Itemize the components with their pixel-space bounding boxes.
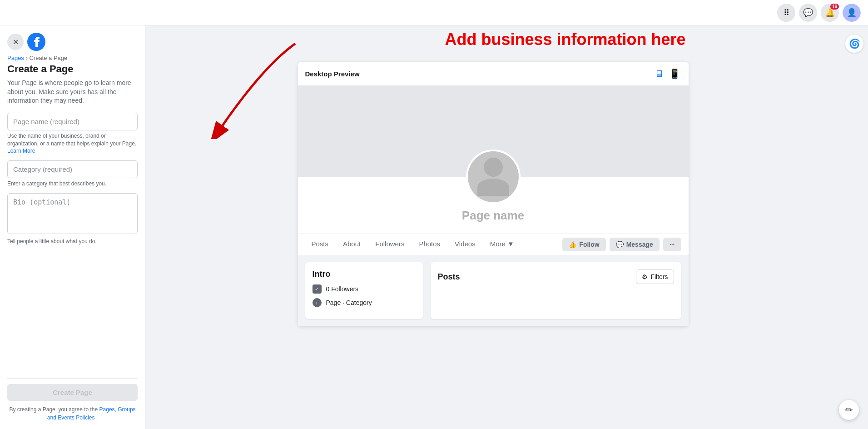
tab-more[interactable]: More ▼ — [484, 234, 521, 254]
posts-header: Posts ⚙ Filters — [438, 269, 674, 284]
terms-pages-link[interactable]: Pages, — [99, 406, 116, 413]
main-layout: ✕ Pages › Create a Page Create a Page Yo… — [0, 25, 868, 429]
preview-view-toggles: 🖥 📱 — [654, 67, 681, 80]
page-category-item: i Page · Category — [312, 298, 416, 307]
profile-info: Page name — [298, 150, 689, 234]
more-actions-button[interactable]: ··· — [663, 238, 681, 251]
message-icon: 💬 — [616, 241, 624, 248]
profile-tabs: Posts About Followers Photos Videos More… — [298, 234, 689, 255]
avatar-btn[interactable]: 👤 — [843, 4, 861, 22]
desktop-view-button[interactable]: 🖥 — [654, 67, 665, 80]
message-button[interactable]: 💬 Message — [610, 238, 660, 251]
info-icon: i — [312, 298, 322, 307]
follow-icon: 👍 — [569, 241, 576, 248]
tab-posts[interactable]: Posts — [305, 234, 335, 254]
mobile-view-button[interactable]: 📱 — [668, 67, 681, 80]
followers-text: 0 Followers — [326, 285, 359, 293]
navbar-icons: ⠿ 💬 🔔 16 👤 — [777, 4, 861, 22]
filters-icon: ⚙ — [642, 273, 648, 280]
bio-input[interactable] — [7, 193, 138, 234]
notification-badge: 16 — [830, 4, 839, 10]
bio-group: Tell people a little about what you do. — [7, 193, 138, 245]
category-group: Enter a category that best describes you… — [7, 160, 138, 188]
content-area: Add business information here Desktop Pr… — [145, 25, 841, 429]
profile-preview: Page name Posts About Followers Photos V… — [298, 86, 689, 326]
preview-title: Desktop Preview — [305, 70, 360, 78]
facebook-logo — [27, 33, 45, 51]
category-hint: Enter a category that best describes you… — [7, 180, 138, 188]
messenger-icon-btn[interactable]: 💬 — [799, 4, 817, 22]
annotation-title: Add business information here — [445, 30, 685, 49]
avatar-image: 👤 — [843, 4, 861, 22]
close-button[interactable]: ✕ — [7, 34, 24, 50]
preview-panel: Desktop Preview 🖥 📱 Page name — [298, 62, 689, 326]
page-category-text: Page · Category — [326, 299, 372, 306]
follow-button[interactable]: 👍 Follow — [562, 238, 605, 251]
sidebar-top: ✕ — [7, 33, 138, 51]
right-sidebar: 🌀 — [841, 25, 868, 429]
sidebar: ✕ Pages › Create a Page Create a Page Yo… — [0, 25, 145, 429]
posts-box: Posts ⚙ Filters — [431, 262, 681, 319]
breadcrumb-pages-link[interactable]: Pages — [7, 55, 24, 61]
posts-title: Posts — [438, 272, 460, 282]
preview-header: Desktop Preview 🖥 📱 — [298, 62, 689, 86]
filters-label: Filters — [650, 273, 668, 280]
red-arrow-annotation — [173, 39, 309, 139]
followers-check-icon: ✓ — [312, 284, 322, 294]
swirl-icon-btn[interactable]: 🌀 — [845, 35, 863, 53]
profile-name-placeholder: Page name — [462, 209, 524, 223]
page-description: Your Page is where people go to learn mo… — [7, 79, 138, 105]
category-input[interactable] — [7, 160, 138, 178]
apps-icon-btn[interactable]: ⠿ — [777, 4, 795, 22]
tab-about[interactable]: About — [337, 234, 367, 254]
page-title: Create a Page — [7, 63, 138, 75]
bio-hint: Tell people a little about what you do. — [7, 238, 138, 245]
tab-photos[interactable]: Photos — [412, 234, 446, 254]
terms-text: By creating a Page, you agree to the Pag… — [7, 405, 138, 422]
page-name-group: Use the name of your business, brand or … — [7, 113, 138, 155]
tab-followers[interactable]: Followers — [369, 234, 411, 254]
intro-title: Intro — [312, 269, 416, 279]
navbar: ⠿ 💬 🔔 16 👤 — [0, 0, 868, 25]
create-page-button[interactable]: Create Page — [7, 384, 138, 401]
profile-actions: 👍 Follow 💬 Message ··· — [562, 234, 681, 255]
page-name-hint: Use the name of your business, brand or … — [7, 132, 138, 155]
avatar-body — [477, 179, 509, 196]
sidebar-footer: Create Page By creating a Page, you agre… — [7, 378, 138, 422]
profile-avatar — [466, 150, 521, 204]
breadcrumb: Pages › Create a Page — [7, 55, 138, 61]
more-chevron-icon: ▼ — [507, 240, 514, 248]
edit-icon-btn[interactable]: ✏ — [839, 400, 859, 420]
filters-button[interactable]: ⚙ Filters — [636, 269, 674, 284]
tab-videos[interactable]: Videos — [448, 234, 482, 254]
notifications-icon-btn[interactable]: 🔔 16 — [821, 4, 839, 22]
profile-body: Intro ✓ 0 Followers i Page · Category Po… — [298, 255, 689, 326]
avatar-head — [484, 158, 503, 177]
followers-item: ✓ 0 Followers — [312, 284, 416, 294]
page-name-input[interactable] — [7, 113, 138, 130]
intro-box: Intro ✓ 0 Followers i Page · Category — [305, 262, 423, 319]
avatar-placeholder — [468, 151, 519, 202]
learn-more-link[interactable]: Learn More — [7, 148, 35, 154]
